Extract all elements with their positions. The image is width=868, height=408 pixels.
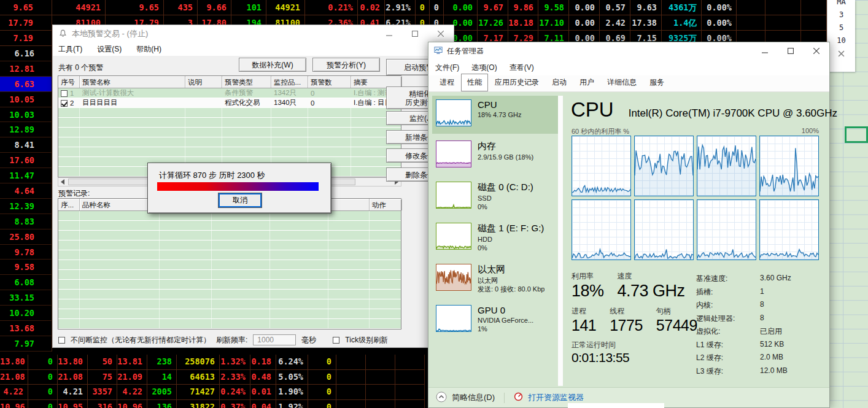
handles-stat: 句柄 57449 bbox=[656, 306, 697, 334]
minimize-icon[interactable] bbox=[752, 42, 778, 60]
titlebar[interactable]: 任务管理器 bbox=[428, 42, 829, 60]
stock-price-row[interactable]: 25.80 bbox=[0, 229, 52, 245]
maximize-icon[interactable] bbox=[778, 42, 804, 60]
ma-period[interactable]: 5 bbox=[827, 23, 855, 32]
stock-cell: 9.67 bbox=[478, 0, 508, 15]
stock-price-row[interactable]: 10.03 bbox=[0, 107, 52, 123]
scroll-left-icon[interactable] bbox=[58, 179, 67, 185]
tick-refresh-label: Tick级别刷新 bbox=[345, 335, 388, 345]
minimize-icon[interactable] bbox=[376, 25, 402, 42]
data-supplement-button[interactable]: 数据补充(W) bbox=[239, 58, 306, 72]
column-header[interactable]: 序号 bbox=[58, 76, 80, 88]
stock-price-row[interactable]: 12.81 bbox=[0, 61, 52, 77]
stock-cell bbox=[366, 355, 395, 370]
stock-price-row[interactable]: 12.39 bbox=[0, 199, 52, 214]
empty-table-row bbox=[58, 250, 401, 260]
stock-price-row[interactable]: 8.41 bbox=[0, 137, 52, 153]
row-checkbox[interactable] bbox=[61, 90, 68, 97]
row-checkbox[interactable] bbox=[61, 100, 68, 107]
tab-item[interactable]: 启动 bbox=[546, 74, 573, 91]
ma-period[interactable]: 3 bbox=[827, 10, 855, 19]
stock-price-row[interactable]: 33.15 bbox=[0, 290, 52, 306]
column-header[interactable]: 预警名称 bbox=[80, 76, 185, 88]
sidebar-item-mem[interactable]: 内存2.9/15.9 GB (18%) bbox=[432, 137, 558, 175]
table-cell bbox=[58, 118, 80, 127]
menu-tools[interactable]: 工具(T) bbox=[58, 44, 82, 55]
stock-price-row[interactable]: 6.16 bbox=[0, 46, 52, 61]
stock-price-row[interactable]: 11.47 bbox=[0, 168, 52, 183]
sidebar-item-title: 以太网 bbox=[478, 264, 544, 275]
stock-price-row[interactable]: 10.05 bbox=[0, 92, 52, 107]
table-row[interactable]: 2目目目目目程式化交易1340只0I.自编 : 目目目目目 ( bbox=[58, 98, 401, 108]
table-cell bbox=[308, 108, 351, 117]
table-cell: 0 bbox=[308, 90, 351, 97]
stock-price-row[interactable]: 9.58 bbox=[0, 260, 52, 275]
empty-table-row bbox=[58, 241, 401, 250]
table-cell bbox=[185, 118, 222, 127]
refresh-rate-input[interactable]: 1000 bbox=[253, 334, 296, 345]
tab-item[interactable]: 进程 bbox=[433, 74, 460, 91]
table-cell bbox=[270, 290, 328, 299]
summary-view-toggle[interactable]: 简略信息(D) bbox=[452, 392, 495, 403]
menu-settings[interactable]: 设置(S) bbox=[97, 44, 122, 55]
maximize-icon[interactable] bbox=[402, 25, 428, 42]
sidebar-item-disk0[interactable]: 磁盘 0 (C: D:)SSD0% bbox=[432, 178, 558, 216]
stock-cell: 9.66 bbox=[198, 0, 231, 15]
column-header[interactable] bbox=[328, 199, 370, 210]
column-header[interactable]: 预警类型 bbox=[222, 76, 271, 88]
alert-count-label: 共有 0 个预警 bbox=[58, 63, 103, 73]
close-icon[interactable] bbox=[428, 25, 454, 42]
table-cell: 目目目目目 bbox=[80, 98, 185, 107]
column-header[interactable]: 监控品... bbox=[271, 76, 308, 88]
stock-cell: 0 bbox=[430, 0, 444, 15]
stock-price-row[interactable]: 10.20 bbox=[0, 306, 52, 321]
spreadsheet-selected-cell[interactable] bbox=[845, 126, 868, 143]
tab-item[interactable]: 详细信息 bbox=[601, 74, 643, 91]
stock-price-row[interactable]: 7.97 bbox=[0, 336, 52, 352]
sidebar-item-disk1[interactable]: 磁盘 1 (E: F: G:)HDD0% bbox=[432, 219, 558, 257]
cpu-spec-row: L3 缓存:12.0 MB bbox=[696, 366, 791, 380]
stock-price-row[interactable]: 17.60 bbox=[0, 153, 52, 168]
stock-price-row[interactable]: 8.83 bbox=[0, 214, 52, 229]
menu-file[interactable]: 文件(F) bbox=[435, 63, 459, 73]
stock-price-row[interactable]: 4.64 bbox=[0, 183, 52, 199]
cancel-button[interactable]: 取消 bbox=[219, 193, 262, 207]
column-header[interactable]: 动作 bbox=[370, 199, 402, 210]
table-cell bbox=[58, 270, 80, 279]
table-cell bbox=[58, 128, 80, 137]
sidebar-scrollbar[interactable] bbox=[558, 96, 563, 386]
alert-analysis-button[interactable]: 预警分析(Y) bbox=[312, 58, 380, 72]
tab-item[interactable]: 用户 bbox=[573, 74, 600, 91]
close-icon[interactable] bbox=[827, 50, 855, 59]
stock-price-row[interactable]: 9.78 bbox=[0, 245, 52, 260]
tick-refresh-checkbox[interactable] bbox=[333, 337, 339, 344]
stock-cell: 3357 bbox=[88, 385, 117, 400]
stock-price-row[interactable]: 12.89 bbox=[0, 122, 52, 137]
disk0-mini-graph bbox=[436, 182, 471, 209]
stock-cell: 17.10 bbox=[538, 15, 569, 31]
continuous-monitor-checkbox[interactable] bbox=[58, 337, 65, 344]
table-row[interactable]: 1测试-计算数很大条件预警1342只0I.自编 : 测试-计算数很 bbox=[58, 88, 401, 98]
menu-help[interactable]: 帮助(H) bbox=[136, 44, 161, 55]
tab-item[interactable]: 服务 bbox=[643, 74, 670, 91]
sidebar-item-cpu[interactable]: CPU18% 4.73 GHz bbox=[432, 96, 558, 134]
menu-options[interactable]: 选项(O) bbox=[471, 63, 497, 73]
open-resource-monitor-link[interactable]: 打开资源监视器 bbox=[528, 392, 584, 403]
stock-row[interactable]: 9.65449219.654359.66101449210.21%0.022.9… bbox=[0, 0, 827, 15]
column-header[interactable]: 说明 bbox=[185, 76, 222, 88]
menu-view[interactable]: 查看(V) bbox=[510, 63, 534, 73]
column-header[interactable]: 序... bbox=[58, 199, 80, 210]
stock-price-row[interactable]: 6.08 bbox=[0, 275, 52, 290]
disk1-mini-graph bbox=[436, 223, 471, 250]
stock-cell: 0 bbox=[28, 355, 58, 370]
sidebar-item-gpu[interactable]: GPU 0NVIDIA GeForce...1% bbox=[432, 301, 558, 339]
stock-price-row[interactable]: 13.68 bbox=[0, 321, 52, 336]
tab-performance-active[interactable]: 性能 bbox=[461, 74, 488, 91]
sidebar-item-net[interactable]: 以太网以太网发送: 0 接收: 80.0 Kbp bbox=[432, 260, 558, 298]
tab-item[interactable]: 应用历史记录 bbox=[489, 74, 545, 91]
titlebar[interactable]: 本地预警交易 - (停止) bbox=[53, 25, 454, 42]
close-icon[interactable] bbox=[804, 42, 829, 60]
stock-price-row[interactable]: 6.63 bbox=[0, 77, 52, 92]
ma-period[interactable]: 10 bbox=[827, 36, 855, 45]
column-header[interactable]: 预警数 bbox=[308, 76, 351, 88]
